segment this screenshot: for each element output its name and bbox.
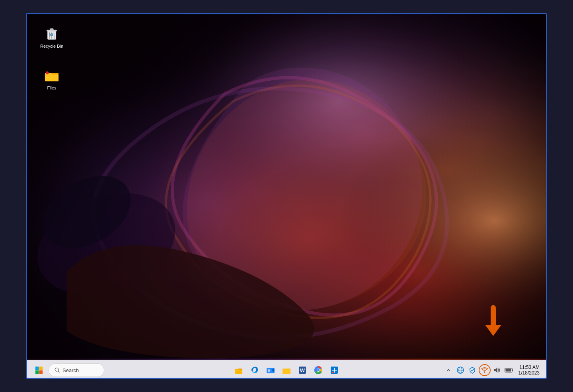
svg-rect-24 bbox=[39, 371, 43, 374]
svg-marker-20 bbox=[485, 325, 501, 336]
taskbar-extra-app[interactable] bbox=[327, 363, 341, 377]
svg-rect-15 bbox=[50, 29, 54, 31]
taskbar-right: 11:53 AM 1/18/2023 bbox=[443, 364, 541, 376]
taskbar-zoom[interactable] bbox=[263, 363, 278, 377]
svg-line-13 bbox=[54, 32, 54, 39]
svg-rect-21 bbox=[35, 367, 39, 370]
svg-rect-50 bbox=[512, 369, 513, 371]
taskbar-word[interactable]: W bbox=[295, 363, 310, 377]
search-icon bbox=[55, 367, 60, 373]
files-image bbox=[44, 68, 60, 83]
files-icon[interactable]: Files bbox=[36, 66, 68, 92]
arrow-indicator bbox=[481, 305, 505, 337]
svg-text:W: W bbox=[300, 367, 305, 373]
svg-point-19 bbox=[46, 72, 49, 75]
recycle-bin-image: ♻ bbox=[44, 26, 60, 42]
search-box[interactable]: Search bbox=[49, 363, 104, 377]
files-label: Files bbox=[47, 85, 56, 91]
svg-rect-18 bbox=[45, 74, 58, 81]
security-icon[interactable] bbox=[467, 365, 478, 376]
search-label: Search bbox=[62, 367, 79, 373]
show-hidden-icons-button[interactable] bbox=[443, 365, 454, 376]
taskbar-left: Search bbox=[32, 363, 104, 377]
clock-time: 11:53 AM bbox=[519, 365, 540, 370]
battery-icon[interactable] bbox=[503, 365, 515, 376]
svg-line-11 bbox=[49, 32, 50, 39]
svg-rect-33 bbox=[283, 369, 290, 374]
svg-text:♻: ♻ bbox=[50, 33, 54, 37]
svg-rect-23 bbox=[35, 371, 39, 374]
taskbar-file-explorer[interactable] bbox=[232, 363, 246, 377]
svg-rect-43 bbox=[332, 372, 334, 373]
clock[interactable]: 11:53 AM 1/18/2023 bbox=[517, 364, 541, 376]
wallpaper-swirl bbox=[27, 14, 546, 359]
clock-date: 1/18/2023 bbox=[518, 370, 540, 376]
svg-rect-22 bbox=[39, 367, 43, 370]
svg-point-47 bbox=[484, 372, 485, 373]
taskbar: Search bbox=[27, 360, 546, 379]
recycle-bin-icon[interactable]: ♻ Recycle Bin bbox=[36, 24, 68, 50]
svg-rect-51 bbox=[505, 369, 511, 372]
svg-marker-48 bbox=[494, 367, 497, 373]
screen: ♻ Recycle Bin Files bbox=[26, 13, 547, 379]
taskbar-edge[interactable] bbox=[248, 363, 262, 377]
taskbar-center: W bbox=[232, 363, 341, 377]
wifi-icon[interactable] bbox=[479, 364, 491, 376]
recycle-bin-label: Recycle Bin bbox=[40, 43, 63, 49]
svg-line-26 bbox=[58, 371, 59, 372]
start-button[interactable] bbox=[32, 363, 46, 377]
desktop[interactable]: ♻ Recycle Bin Files bbox=[27, 14, 546, 360]
network-monitor-icon[interactable] bbox=[455, 365, 466, 376]
taskbar-folder[interactable] bbox=[279, 363, 294, 377]
taskbar-chrome[interactable] bbox=[311, 363, 325, 377]
svg-point-31 bbox=[268, 369, 270, 372]
svg-point-39 bbox=[317, 369, 320, 371]
volume-icon[interactable] bbox=[491, 365, 503, 376]
